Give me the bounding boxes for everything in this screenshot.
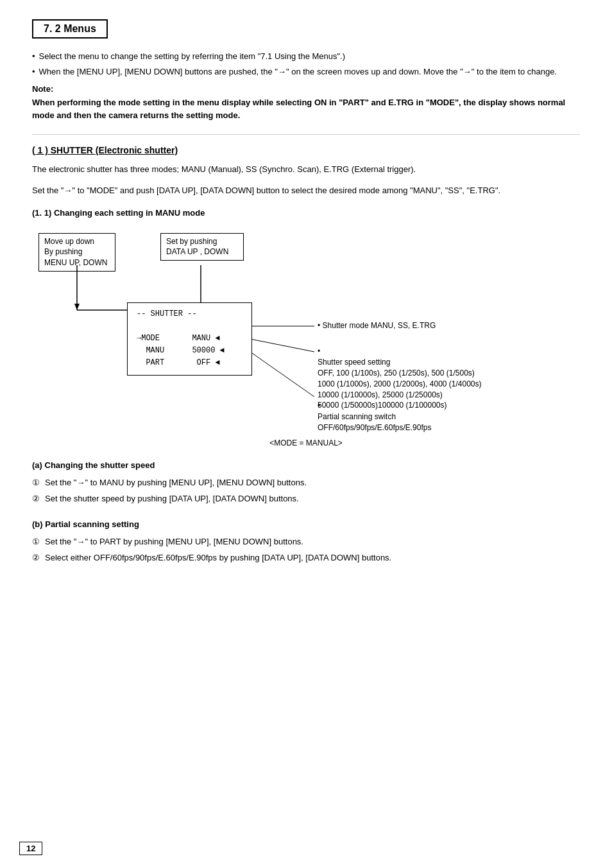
page-number: 12	[19, 842, 42, 855]
subsection-a-title: (a) Changing the shutter speed	[32, 460, 580, 470]
svg-line-8	[250, 352, 314, 397]
step-a-1: ① Set the "→" to MANU by pushing [MENU U…	[32, 476, 580, 489]
step-a-1-num: ①	[32, 476, 40, 489]
step-b-1-num: ①	[32, 535, 40, 548]
bullet-dot-2: •	[32, 65, 35, 78]
screen-line5: PART OFF ◄	[137, 357, 242, 369]
step-b-2-num: ②	[32, 551, 40, 564]
ann1-text: Shutter mode MANU, SS, E.TRG	[323, 321, 436, 330]
step-b-2: ② Select either OFF/60fps/90fps/E.60fps/…	[32, 551, 580, 564]
bullet-item-2: • When the [MENU UP], [MENU DOWN] button…	[32, 65, 580, 78]
screen-display: -- SHUTTER -- →MODE MANU ◄ MANU 50000 ◄ …	[127, 302, 252, 376]
ann3-bullet: •	[318, 401, 320, 410]
note-text: When performing the mode setting in the …	[32, 96, 580, 121]
section-header: 7. 2 Menus	[32, 19, 108, 39]
diagram: Move up down By pushing MENU UP, DOWN Se…	[32, 227, 584, 432]
intro-bullets: • Select the menu to change the setting …	[32, 50, 580, 78]
bullet-text-1: Select the menu to change the setting by…	[39, 50, 346, 63]
subsection1-1-title: (1. 1) Changing each setting in MANU mod…	[32, 208, 580, 218]
screen-line3: →MODE MANU ◄	[137, 333, 242, 345]
step-a-2-text: Set the shutter speed by pushing [DATA U…	[45, 492, 299, 505]
svg-marker-1	[74, 304, 80, 310]
note-label: Note:	[32, 84, 580, 94]
step-b-1-text: Set the "→" to PART by pushing [MENU UP]…	[45, 535, 303, 548]
section1-body1: The electronic shutter has three modes; …	[32, 163, 580, 177]
step-a-1-text: Set the "→" to MANU by pushing [MENU UP]…	[45, 476, 307, 489]
svg-line-7	[250, 339, 314, 352]
subsection-b-title: (b) Partial scanning setting	[32, 519, 580, 529]
annotation-partial: • Partial scanning switch OFF/60fps/90fp…	[318, 390, 431, 433]
ann1-bullet: •	[318, 321, 320, 330]
section1-body2: Set the "→" to "MODE" and push [DATA UP]…	[32, 184, 580, 198]
annotation-shutter-mode: • Shutter mode MANU, SS, E.TRG	[318, 320, 436, 331]
step-b-1: ① Set the "→" to PART by pushing [MENU U…	[32, 535, 580, 548]
bullet-text-2: When the [MENU UP], [MENU DOWN] buttons …	[39, 65, 557, 78]
divider-1	[32, 134, 580, 135]
screen-line2	[137, 320, 242, 333]
step-a-2-num: ②	[32, 492, 40, 505]
step-b-2-text: Select either OFF/60fps/90fps/E.60fps/E.…	[45, 551, 391, 564]
ann2-bullet: •	[318, 347, 320, 356]
ann3-text: Partial scanning switch OFF/60fps/90fps/…	[318, 412, 431, 432]
section1-title: ( 1 ) SHUTTER (Electronic shutter)	[32, 145, 580, 155]
bullet-item-1: • Select the menu to change the setting …	[32, 50, 580, 63]
arrow-svg	[32, 227, 584, 432]
step-a-2: ② Set the shutter speed by pushing [DATA…	[32, 492, 580, 505]
screen-line4: MANU 50000 ◄	[137, 345, 242, 357]
diagram-caption: <MODE = MANUAL>	[32, 438, 580, 447]
screen-line1: -- SHUTTER --	[137, 308, 242, 320]
bullet-dot-1: •	[32, 50, 35, 63]
